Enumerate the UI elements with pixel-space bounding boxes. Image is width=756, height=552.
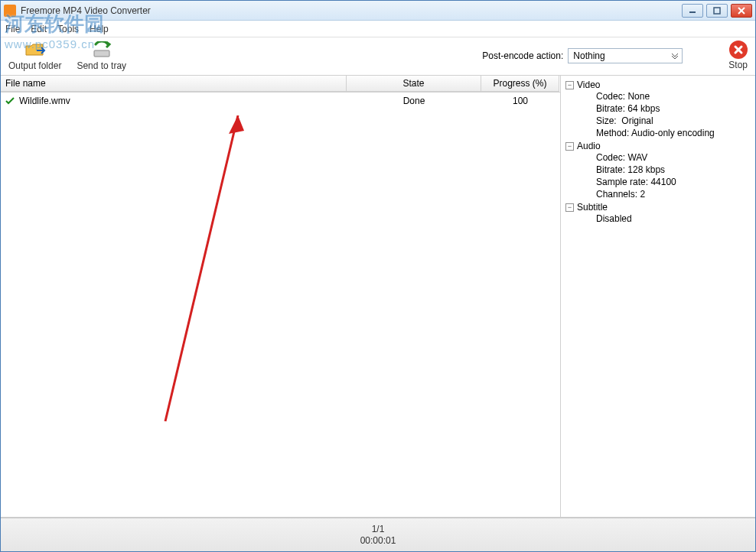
maximize-icon bbox=[713, 7, 721, 15]
close-button[interactable] bbox=[731, 4, 752, 18]
main-area: File name State Progress (%) Wildlife.wm… bbox=[1, 76, 755, 518]
check-icon bbox=[5, 96, 15, 106]
tree-leaf[interactable]: Size: Original bbox=[581, 115, 751, 127]
output-folder-button[interactable]: Output folder bbox=[8, 40, 61, 71]
tree-node-audio[interactable]: − Audio bbox=[565, 141, 751, 151]
menu-tools[interactable]: Tools bbox=[57, 24, 79, 34]
stop-label: Stop bbox=[728, 60, 748, 70]
collapse-icon[interactable]: − bbox=[565, 81, 574, 89]
window-controls bbox=[682, 4, 752, 18]
progress-cell: 100 bbox=[513, 96, 528, 106]
file-rows: Wildlife.wmv Done 100 bbox=[1, 93, 560, 517]
column-headers: File name State Progress (%) bbox=[1, 76, 560, 93]
close-icon bbox=[738, 7, 745, 15]
minimize-button[interactable] bbox=[682, 4, 703, 18]
tree-leaf[interactable]: Codec: None bbox=[581, 90, 751, 102]
col-progress[interactable]: Progress (%) bbox=[481, 76, 559, 92]
tree-leaf[interactable]: Channels: 2 bbox=[581, 188, 751, 200]
tree-leaf[interactable]: Method: Audio-only encoding bbox=[581, 127, 751, 139]
tree-leaf[interactable]: Bitrate: 64 kbps bbox=[581, 102, 751, 115]
svg-marker-8 bbox=[229, 115, 244, 134]
menu-edit[interactable]: Edit bbox=[31, 24, 47, 34]
col-state[interactable]: State bbox=[347, 76, 481, 92]
send-to-tray-button[interactable]: Send to tray bbox=[77, 40, 126, 71]
collapse-icon[interactable]: − bbox=[565, 203, 574, 212]
post-encode-group: Post-encode action: Nothing bbox=[482, 48, 683, 63]
chevron-down-icon bbox=[671, 52, 679, 60]
svg-rect-1 bbox=[714, 8, 720, 14]
table-row[interactable]: Wildlife.wmv Done 100 bbox=[1, 93, 560, 109]
folder-arrow-icon bbox=[24, 40, 46, 60]
stop-x-icon bbox=[729, 41, 748, 59]
post-encode-value: Nothing bbox=[573, 50, 604, 61]
tray-icon bbox=[91, 40, 112, 60]
titlebar: Freemore MP4 Video Converter bbox=[1, 1, 755, 21]
statusbar: 1/1 00:00:01 bbox=[1, 518, 755, 551]
annotation-arrow bbox=[138, 115, 276, 444]
tree-node-video[interactable]: − Video bbox=[565, 80, 751, 90]
send-to-tray-label: Send to tray bbox=[77, 60, 126, 71]
maximize-button[interactable] bbox=[706, 4, 728, 18]
file-list-pane: File name State Progress (%) Wildlife.wm… bbox=[1, 76, 561, 517]
status-time: 00:00:01 bbox=[360, 535, 396, 546]
tree-leaf[interactable]: Disabled bbox=[581, 213, 751, 225]
app-icon bbox=[4, 5, 16, 17]
tree-leaf[interactable]: Sample rate: 44100 bbox=[581, 176, 751, 188]
window-title: Freemore MP4 Video Converter bbox=[21, 5, 682, 16]
menu-file[interactable]: File bbox=[5, 24, 20, 34]
minimize-icon bbox=[689, 7, 696, 15]
menubar: File Edit Tools Help bbox=[1, 21, 755, 37]
properties-tree: − Video Codec: None Bitrate: 64 kbps Siz… bbox=[565, 79, 751, 226]
properties-pane: − Video Codec: None Bitrate: 64 kbps Siz… bbox=[561, 76, 755, 517]
svg-rect-4 bbox=[94, 50, 109, 57]
status-count: 1/1 bbox=[372, 524, 385, 534]
svg-line-7 bbox=[165, 115, 238, 421]
stop-button[interactable]: Stop bbox=[728, 41, 748, 70]
app-window: Freemore MP4 Video Converter File Edit T… bbox=[0, 0, 756, 552]
state-cell: Done bbox=[403, 96, 425, 106]
col-file-name[interactable]: File name bbox=[1, 76, 347, 92]
tree-leaf[interactable]: Codec: WAV bbox=[581, 151, 751, 164]
collapse-icon[interactable]: − bbox=[565, 142, 574, 151]
tree-leaf[interactable]: Bitrate: 128 kbps bbox=[581, 164, 751, 176]
file-name-cell: Wildlife.wmv bbox=[19, 96, 70, 106]
post-encode-select[interactable]: Nothing bbox=[568, 48, 683, 63]
output-folder-label: Output folder bbox=[8, 60, 61, 71]
toolbar: Output folder Send to tray Post-encode a… bbox=[1, 37, 755, 76]
post-encode-label: Post-encode action: bbox=[482, 50, 563, 61]
menu-help[interactable]: Help bbox=[90, 24, 109, 34]
tree-node-subtitle[interactable]: − Subtitle bbox=[565, 202, 751, 213]
